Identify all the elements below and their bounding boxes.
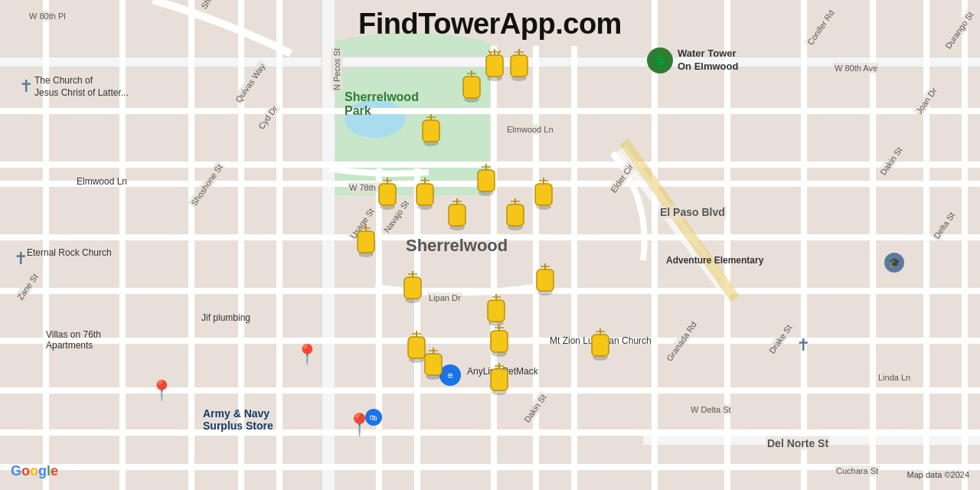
adventure-elementary-marker: 🎓 <box>884 253 904 273</box>
street-label-n-pecos: N Pecos St <box>331 47 343 91</box>
map-container: FindTowerApp.com Sherrelwood Dr N Pecos … <box>0 0 980 490</box>
area-label-sherrelwood: Sherrelwood <box>406 236 508 256</box>
street-label-w78th: W 78th Cir <box>348 182 390 193</box>
street-label-lipan: Lipan Dr <box>427 292 462 303</box>
street-label-elmwood-ln: Elmwood Ln <box>505 124 555 135</box>
svg-rect-4 <box>0 56 980 57</box>
mt-zion-marker: ✝ <box>796 335 810 355</box>
svg-rect-9 <box>322 0 322 490</box>
water-tower-marker: 🌲 Water TowerOn Elmwood <box>647 47 738 74</box>
street-label-delnorte: Del Norte St <box>766 436 830 450</box>
street-label-w80pl: W 80th Pl <box>28 11 67 21</box>
street-label-wdelta: W Delta St <box>689 404 733 415</box>
jif-plumbing-pin: 📍 <box>295 343 319 367</box>
street-label-linda: Linda Ln <box>877 372 912 383</box>
street-label-elpaso: El Paso Blvd <box>658 205 727 219</box>
app-title: FindTowerApp.com <box>358 8 622 41</box>
street-label-cuchara: Cuchara St <box>835 466 880 476</box>
eternal-rock-marker: ✝ <box>14 249 28 269</box>
street-label-w80ave: W 80th Ave <box>833 63 879 74</box>
church-of-lds-marker: ✝ <box>19 77 33 96</box>
map-attribution: Map data ©2024 <box>907 470 970 479</box>
svg-point-2 <box>345 100 406 138</box>
army-navy-pin: 📍 🛍 <box>346 412 373 437</box>
villas-pin: 📍 <box>149 379 174 403</box>
google-logo: Google <box>11 463 58 479</box>
anylink-marker: ≡ <box>439 364 461 386</box>
